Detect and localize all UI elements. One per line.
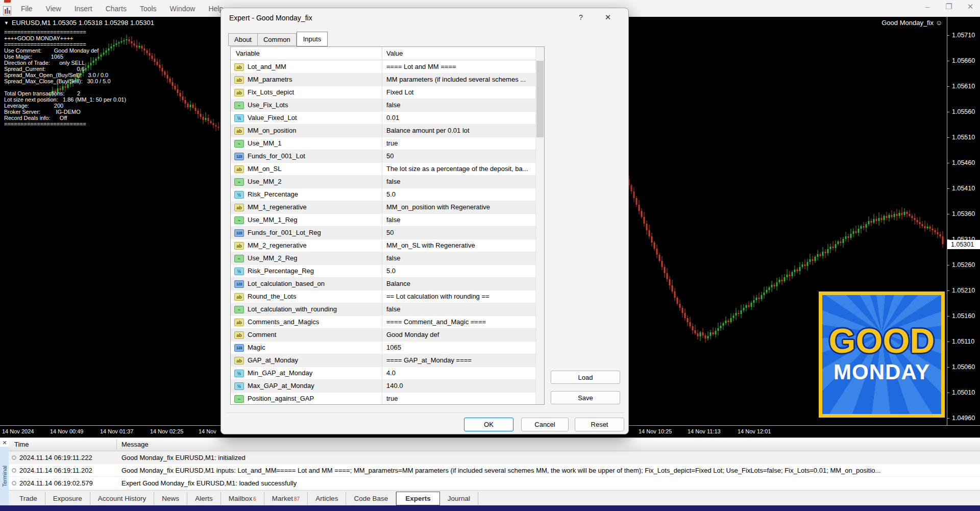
ok-button[interactable]: OK bbox=[464, 418, 513, 431]
restore-button[interactable]: ❐ bbox=[944, 2, 953, 11]
param-row[interactable]: ½Max_GAP_at_Monday140.0 bbox=[231, 380, 535, 393]
param-value[interactable]: 1065 bbox=[382, 342, 535, 354]
param-row[interactable]: ½Risk_Percentage_Reg5.0 bbox=[231, 265, 535, 278]
terminal-tab-trade[interactable]: Trade bbox=[12, 492, 45, 505]
param-value[interactable]: Balance bbox=[382, 278, 535, 290]
ea-name-label[interactable]: Good Monday_fix ☺ bbox=[881, 19, 942, 27]
param-value[interactable]: 5.0 bbox=[382, 265, 535, 277]
param-row[interactable]: ~Lot_calculation_with_roundingfalse bbox=[231, 303, 535, 316]
param-row[interactable]: abGAP_at_Monday==== GAP_at_Monday ==== bbox=[231, 354, 535, 367]
terminal-tab-experts[interactable]: Experts bbox=[396, 492, 440, 505]
save-button[interactable]: Save bbox=[551, 391, 620, 404]
value-column-header[interactable]: Value bbox=[382, 47, 544, 60]
terminal-tab-account-history[interactable]: Account History bbox=[90, 492, 155, 505]
message-column-header[interactable]: Message bbox=[121, 441, 149, 448]
param-value[interactable]: ==== GAP_at_Monday ==== bbox=[382, 354, 535, 367]
param-row[interactable]: 123Funds_for_001_Lot_Reg50 bbox=[231, 227, 535, 239]
param-row[interactable]: abComments_and_Magics==== Comment_and_Ma… bbox=[231, 316, 535, 329]
param-row[interactable]: ½Risk_Percentage5.0 bbox=[231, 188, 535, 201]
help-button[interactable]: ? bbox=[576, 13, 585, 21]
param-value[interactable]: false bbox=[382, 176, 535, 188]
param-value[interactable]: ==== Lot and MM ==== bbox=[382, 61, 535, 73]
param-value[interactable]: 5.0 bbox=[382, 188, 535, 201]
tab-inputs[interactable]: Inputs bbox=[297, 32, 328, 46]
param-row[interactable]: abFix_Lots_depictFixed Lot bbox=[231, 86, 535, 99]
price-axis[interactable]: 1.057101.056601.056101.055601.055101.054… bbox=[947, 17, 980, 425]
scrollbar-thumb[interactable] bbox=[536, 61, 544, 137]
param-value[interactable]: false bbox=[382, 303, 535, 315]
menu-item-file[interactable]: File bbox=[14, 3, 39, 15]
table-scrollbar[interactable] bbox=[535, 47, 544, 404]
param-row[interactable]: ~Use_MM_2_Regfalse bbox=[231, 252, 535, 265]
terminal-tab-articles[interactable]: Articles bbox=[308, 492, 346, 505]
param-row[interactable]: ~Position_against_GAPtrue bbox=[231, 393, 535, 404]
param-value[interactable]: false bbox=[382, 214, 535, 226]
menu-item-tools[interactable]: Tools bbox=[133, 3, 163, 15]
param-row[interactable]: abMM_1_regenerativeMM_on_position with R… bbox=[231, 201, 535, 214]
tab-common[interactable]: Common bbox=[258, 33, 297, 46]
param-value[interactable]: Balance amount per 0.01 lot bbox=[382, 125, 535, 137]
param-row[interactable]: 123Funds_for_001_Lot50 bbox=[231, 150, 535, 163]
param-value[interactable]: MM parameters (if included several schem… bbox=[382, 74, 535, 86]
param-value[interactable]: Good Monday def bbox=[382, 329, 535, 341]
terminal-tab-mailbox[interactable]: Mailbox6 bbox=[221, 492, 264, 505]
variable-column-header[interactable]: Variable bbox=[231, 47, 382, 60]
param-value[interactable]: The lot size as a percentage of the depo… bbox=[382, 163, 535, 175]
param-row[interactable]: ½Min_GAP_at_Monday4.0 bbox=[231, 367, 535, 380]
param-row[interactable]: abMM_parametrsMM parameters (if included… bbox=[231, 74, 535, 86]
terminal-tab-journal[interactable]: Journal bbox=[440, 492, 478, 505]
param-value[interactable]: 50 bbox=[382, 150, 535, 162]
menu-item-charts[interactable]: Charts bbox=[99, 3, 133, 15]
dialog-titlebar[interactable]: Expert - Good Monday_fix ? ✕ bbox=[221, 8, 628, 29]
param-value[interactable]: true bbox=[382, 137, 535, 150]
tab-about[interactable]: About bbox=[228, 33, 258, 46]
param-value[interactable]: 0.01 bbox=[382, 112, 535, 124]
param-row[interactable]: abMM_2_regenerativeMM_on_SL with Regener… bbox=[231, 239, 535, 252]
terminal-tab-market[interactable]: Market87 bbox=[264, 492, 308, 505]
param-row[interactable]: 123Lot_calculation_based_onBalance bbox=[231, 278, 535, 290]
terminal-tab-code-base[interactable]: Code Base bbox=[346, 492, 396, 505]
param-row[interactable]: ~Use_MM_1_Regfalse bbox=[231, 214, 535, 227]
time-column-header[interactable]: Time bbox=[14, 441, 29, 448]
param-row[interactable]: ½Value_Fixed_Lot0.01 bbox=[231, 112, 535, 125]
param-row[interactable]: ~Use_Fix_Lotsfalse bbox=[231, 99, 535, 112]
param-row[interactable]: abMM_on_positionBalance amount per 0.01 … bbox=[231, 125, 535, 137]
param-row[interactable]: abLot_and_MM==== Lot and MM ==== bbox=[231, 61, 535, 74]
param-value[interactable]: true bbox=[382, 393, 535, 404]
param-row[interactable]: abMM_on_SLThe lot size as a percentage o… bbox=[231, 163, 535, 176]
close-button[interactable]: ✕ bbox=[966, 2, 975, 11]
reset-button[interactable]: Reset bbox=[575, 418, 624, 431]
menu-item-insert[interactable]: Insert bbox=[68, 3, 99, 15]
param-value[interactable]: MM_on_position with Regenerative bbox=[382, 201, 535, 213]
param-value[interactable]: 50 bbox=[382, 227, 535, 239]
menu-item-view[interactable]: View bbox=[39, 3, 68, 15]
param-value[interactable]: false bbox=[382, 99, 535, 111]
param-row[interactable]: ~Use_MM_1true bbox=[231, 137, 535, 150]
param-value[interactable]: == Lot calculation with rounding == bbox=[382, 290, 535, 303]
log-row[interactable]: 2024.11.14 06:19:11.202Good Monday_fix E… bbox=[9, 464, 980, 477]
terminal-close-button[interactable]: ✕ bbox=[1, 439, 8, 446]
param-row[interactable]: ~Use_MM_2false bbox=[231, 176, 535, 188]
terminal-tab-exposure[interactable]: Exposure bbox=[45, 492, 90, 505]
terminal-tab-news[interactable]: News bbox=[154, 492, 187, 505]
log-row[interactable]: 2024.11.14 06:19:02.579Expert Good Monda… bbox=[9, 477, 980, 490]
param-row[interactable]: abCommentGood Monday def bbox=[231, 329, 535, 342]
param-value[interactable]: false bbox=[382, 252, 535, 264]
param-row[interactable]: abRound_the_Lots== Lot calculation with … bbox=[231, 290, 535, 303]
param-value[interactable]: Fixed Lot bbox=[382, 86, 535, 99]
load-button[interactable]: Load bbox=[551, 371, 620, 384]
minimize-button[interactable]: – bbox=[923, 2, 932, 11]
param-value[interactable]: ==== Comment_and_Magic ==== bbox=[382, 316, 535, 328]
param-row[interactable]: 123Magic1065 bbox=[231, 342, 535, 354]
menu-bar-items: FileViewInsertChartsToolsWindowHelp bbox=[14, 0, 230, 17]
menu-item-window[interactable]: Window bbox=[163, 3, 202, 15]
param-value[interactable]: MM_on_SL with Regenerative bbox=[382, 239, 535, 252]
param-value[interactable]: 140.0 bbox=[382, 380, 535, 392]
terminal-tab-alerts[interactable]: Alerts bbox=[187, 492, 221, 505]
chevron-down-icon[interactable]: ▼ bbox=[4, 20, 9, 26]
logo-text-good: GOOD bbox=[829, 325, 935, 356]
param-value[interactable]: 4.0 bbox=[382, 367, 535, 379]
log-row[interactable]: 2024.11.14 06:19:11.222Good Monday_fix E… bbox=[9, 451, 980, 464]
dialog-close-button[interactable]: ✕ bbox=[603, 13, 613, 22]
cancel-button[interactable]: Cancel bbox=[521, 418, 569, 431]
